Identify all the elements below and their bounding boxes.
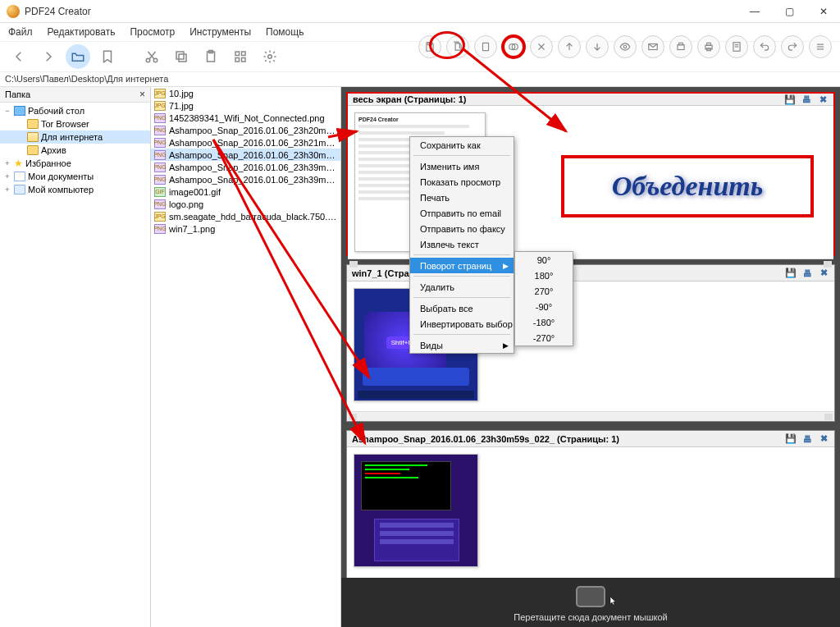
copy-button[interactable] [169,44,194,69]
doc-toolbar [418,34,832,59]
svg-rect-11 [428,43,432,45]
file-item[interactable]: PNGwin7_1.png [151,222,340,235]
menu-edit[interactable]: Редактировать [48,26,116,38]
card-print-icon[interactable]: 🖶 [801,433,813,445]
card-print-icon[interactable]: 🖶 [801,94,812,105]
merge-annotation: Объеденить [561,155,814,217]
card-title: Ashampoo_Snap_2016.01.06_23h30m59s_022_ … [352,434,619,444]
card-save-icon[interactable]: 💾 [784,94,796,105]
fax-icon[interactable] [669,35,692,58]
ctx-extract-text[interactable]: Извлечь текст [410,236,514,252]
rotate-neg90[interactable]: -90° [515,299,573,314]
ctx-save-as[interactable]: Сохранить как [410,137,514,153]
menu-help[interactable]: Помощь [266,26,304,38]
menu-file[interactable]: Файл [8,26,33,38]
calc-icon[interactable] [725,35,748,58]
rotate-submenu[interactable]: 90° 180° 270° -90° -180° -270° [514,251,573,346]
card-title: весь экран (Страницы: 1) [353,94,467,104]
ctx-email[interactable]: Отправить по email [410,205,514,221]
file-item[interactable]: PNGAshampoo_Snap_2016.01.06_23h39m27s_04… [151,161,340,173]
menu-tools[interactable]: Инструменты [189,26,251,38]
save-all-icon[interactable] [446,35,469,58]
card-close-icon[interactable]: ✖ [817,94,829,105]
tree-item[interactable]: +Мой компьютер [0,183,150,196]
rotate-neg270[interactable]: -270° [515,330,573,346]
drop-zone[interactable]: Перетащите сюда документ мышкой [341,578,840,627]
cursor-icon [609,594,619,607]
sidebar-close-icon[interactable]: × [139,89,145,100]
redo-icon[interactable] [781,35,804,58]
app-icon [7,5,20,18]
card-save-icon[interactable]: 💾 [785,433,797,445]
rotate-270[interactable]: 270° [515,283,573,299]
sidebar-title: Папка [5,89,30,99]
tree-item[interactable]: Для интернета [0,130,150,144]
ctx-delete[interactable]: Удалить [410,279,514,295]
file-item[interactable]: PNGAshampoo_Snap_2016.01.06_23h21m05s_01… [151,136,340,149]
card-scrollbar[interactable] [347,411,834,421]
print-icon[interactable] [697,35,720,58]
ctx-views[interactable]: Виды▶ [410,337,514,353]
email-icon[interactable] [641,35,664,58]
tree-item[interactable]: +Мои документы [0,170,150,183]
file-item[interactable]: PNGAshampoo_Snap_2016.01.06_23h39m37s_04… [151,173,340,185]
ctx-invert-selection[interactable]: Инвертировать выбор [410,316,514,332]
file-item[interactable]: PNG1452389341_Wifi_Not_Connected.png [151,112,340,124]
ctx-rename[interactable]: Изменить имя [410,158,514,174]
card-close-icon[interactable]: ✖ [818,433,829,445]
down-icon[interactable] [586,35,609,58]
list-icon[interactable] [809,35,832,58]
tree-item[interactable]: +★Избранное [0,157,150,170]
maximize-button[interactable]: ▢ [779,2,799,21]
bookmark-button[interactable] [95,44,120,69]
undo-icon[interactable] [753,35,776,58]
rotate-180[interactable]: 180° [515,268,573,283]
rotate-neg180[interactable]: -180° [515,314,573,330]
svg-rect-8 [235,58,240,62]
context-menu[interactable]: Сохранить как Изменить имя Показать прос… [409,136,514,354]
up-icon[interactable] [558,35,581,58]
ctx-select-all[interactable]: Выбрать все [410,300,514,316]
settings-button[interactable] [258,44,282,69]
ctx-print[interactable]: Печать [410,190,514,205]
card-save-icon[interactable]: 💾 [785,268,797,279]
file-item[interactable]: GIFimage001.gif [151,185,340,198]
back-button[interactable] [7,44,31,69]
svg-rect-3 [176,52,184,59]
rotate-90[interactable]: 90° [515,252,573,268]
file-item[interactable]: JPGsm.seagate_hdd_barracuda_black.750.jp… [151,210,340,222]
card-close-icon[interactable]: ✖ [818,268,829,279]
ctx-rotate[interactable]: Поворот страниц▶ [410,258,514,273]
open-button[interactable] [66,44,90,69]
grid-button[interactable] [228,44,253,69]
file-item[interactable]: JPG10.jpg [151,87,340,99]
file-item[interactable]: PNGAshampoo_Snap_2016.01.06_23h30m59s_02… [151,149,340,161]
ctx-preview[interactable]: Показать просмотр [410,174,514,190]
tree-item[interactable]: Архив [0,144,150,157]
merge-icon[interactable] [502,35,525,58]
minimize-button[interactable]: — [745,2,765,21]
ctx-fax[interactable]: Отправить по факсу [410,221,514,236]
forward-button[interactable] [36,44,61,69]
delete-icon[interactable] [530,35,553,58]
paste-button[interactable] [199,44,223,69]
page-card-3[interactable]: Ashampoo_Snap_2016.01.06_23h30m59s_022_ … [346,430,835,591]
close-button[interactable]: ✕ [814,2,833,21]
new-page-icon[interactable] [474,35,497,58]
card-print-icon[interactable]: 🖶 [801,268,813,279]
tree-item[interactable]: −Рабочий стол [0,104,150,117]
file-list: JPG10.jpgJPG71.jpgPNG1452389341_Wifi_Not… [151,87,341,627]
svg-rect-17 [678,45,684,50]
preview-icon[interactable] [614,35,637,58]
svg-rect-6 [235,52,240,56]
page-thumbnail[interactable] [354,454,478,567]
cut-button[interactable] [139,44,164,69]
file-item[interactable]: PNGAshampoo_Snap_2016.01.06_23h20m17s_01… [151,124,340,136]
file-item[interactable]: PNGlogo.png [151,198,340,210]
tree-item[interactable]: Tor Browser [0,117,150,130]
file-item[interactable]: JPG71.jpg [151,99,340,112]
menu-view[interactable]: Просмотр [130,26,175,38]
save-icon[interactable] [418,35,441,58]
svg-point-10 [268,55,272,59]
svg-rect-18 [679,43,683,44]
